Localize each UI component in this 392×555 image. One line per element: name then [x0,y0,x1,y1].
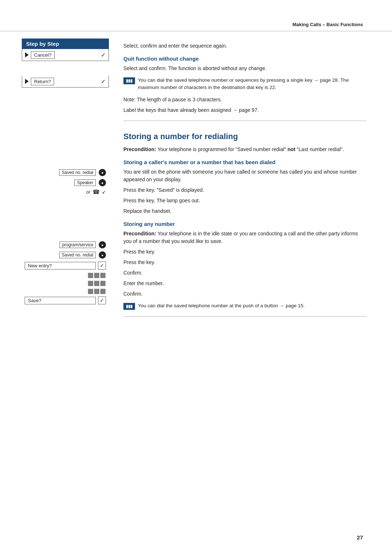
note-box-2: ▮▮▮ You can dial the saved telephone num… [123,302,367,310]
confirm-1: Confirm. [123,269,367,277]
storing-caller-heading: Storing a caller's number or a number th… [123,159,367,165]
quit-text: Select and confirm. The function is abor… [123,65,367,72]
handset-icon: ☎ [93,189,100,195]
confirm-2: Confirm. [123,290,367,298]
storing-any-precondition: Precondition: Your telephone is in the i… [123,230,367,245]
speaker-row: Speaker ● [22,178,109,188]
save-row: Save? ✓ [22,295,109,306]
cancel-checkmark: ✓ [101,52,106,58]
storing-caller-text: You are still on the phone with someone … [123,168,367,183]
save-checkmark: ✓ [98,296,106,304]
press-key-lamp: Press the key. The lamp goes out. [123,197,367,204]
select-confirm-text: Select, confirm and enter the sequence a… [123,42,367,50]
return-row: Return? ✓ [22,76,109,87]
speaker-circle[interactable]: ● [99,179,106,186]
speaker-label: Speaker [74,179,96,186]
page-header: Making Calls – Basic Functions [0,0,392,31]
cancel-button[interactable]: Cancel? [31,51,55,59]
sbs-box-return: Return? ✓ [22,76,109,88]
press-key-2: Press the key. [123,259,367,266]
return-checkmark: ✓ [101,78,106,85]
new-entry-row: New entry? ✓ [22,260,109,271]
saved-no-redial-row2: Saved no. redial ● [22,250,109,260]
quit-heading: Quit function without change [123,56,367,62]
step-by-step-header: Step by Step [22,39,109,49]
page-number: 27 [357,534,363,540]
cancel-row: Cancel? ✓ [22,49,109,61]
note-box-1: ▮▮▮ You can dial the saved telephone num… [123,77,367,92]
left-column: Step by Step Cancel? ✓ Return? ✓ Saved n… [0,31,113,331]
press-key-1: Press the key. [123,248,367,256]
or-handset-row: or ☎ ↙ [22,188,109,196]
program-service-circle[interactable]: ● [99,241,106,248]
precondition-text: Precondition: Your telephone is programm… [123,146,367,153]
return-button[interactable]: Return? [31,78,54,85]
save-button[interactable]: Save? [25,297,96,304]
section-title: Storing a number for redialing [123,132,367,141]
replace-handset: Replace the handset. [123,207,367,215]
header-title: Making Calls – Basic Functions [293,22,363,27]
keypad-icon: ▦▦▦▦▦▦▦▦▦ [87,271,106,295]
right-column: Select, confirm and enter the sequence a… [113,31,392,331]
program-service-label: program/service [60,242,96,248]
new-entry-button[interactable]: New entry? [25,262,96,270]
saved-no-redial-label2: Saved no. redial [59,252,96,258]
saved-no-redial-row: Saved no. redial ● [22,167,109,178]
saved-redial-circle2[interactable]: ● [99,251,106,259]
note-text-1: You can dial the saved telephone number … [138,77,367,92]
sbs-box-cancel: Cancel? ✓ [22,49,109,61]
enter-number: Enter the number. [123,280,367,287]
divider-1 [123,121,367,121]
note-icon-1: ▮▮▮ [123,77,135,84]
note-pause-text: Note: The length of a pause is 3 charact… [123,96,367,104]
triangle-icon-cancel [25,52,29,57]
note-label-text: Label the keys that have already been as… [123,106,367,114]
new-entry-checkmark: ✓ [98,262,106,270]
note-icon-2: ▮▮▮ [123,303,135,310]
divider-2 [123,316,367,317]
triangle-icon-return [25,79,29,84]
or-text: or [86,189,90,195]
note-text-2: You can dial the saved telephone number … [138,302,305,309]
program-service-row: program/service ● [22,240,109,250]
saved-redial-circle[interactable]: ● [99,169,106,176]
storing-any-heading: Storing any number [123,221,367,227]
saved-no-redial-label: Saved no. redial [59,169,96,176]
keypad-icon-row: ▦▦▦▦▦▦▦▦▦ [22,271,109,295]
press-key-saved: Press the key. "Saved" is displayed. [123,186,367,194]
